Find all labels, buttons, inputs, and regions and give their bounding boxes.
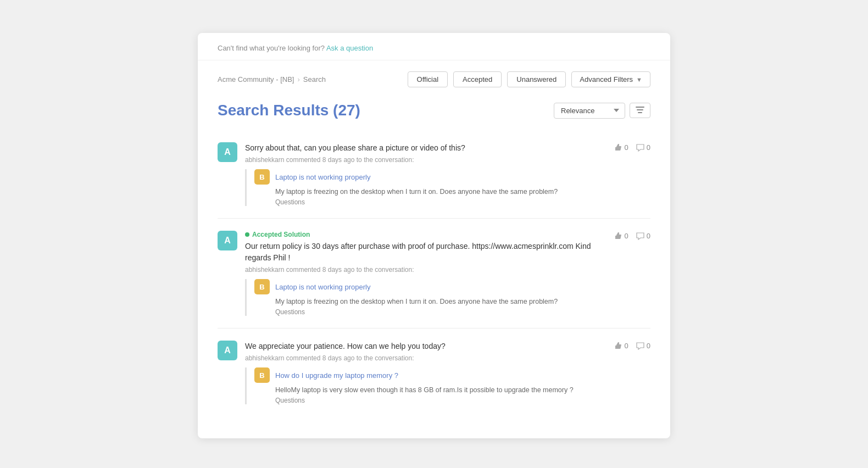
official-filter-button[interactable]: Official xyxy=(408,71,448,87)
breadcrumb-community: Acme Community - [NB] xyxy=(218,75,294,83)
svg-rect-2 xyxy=(638,112,642,113)
comment-count: 0 xyxy=(647,342,650,350)
comment-stat: 0 xyxy=(636,342,650,350)
result-text: We appreciate your patience. How can we … xyxy=(245,341,607,352)
comment-count: 0 xyxy=(647,143,650,152)
linked-post-avatar: B xyxy=(254,169,270,185)
sort-order-button[interactable] xyxy=(630,103,650,118)
filter-buttons: Official Accepted Unanswered Advanced Fi… xyxy=(408,71,650,87)
thumbs-up-icon xyxy=(614,232,622,240)
unanswered-filter-button[interactable]: Unanswered xyxy=(507,71,566,87)
result-item: A We appreciate your patience. How can w… xyxy=(218,328,650,416)
svg-rect-1 xyxy=(637,109,643,110)
breadcrumb-current: Search xyxy=(303,75,326,83)
top-bar: Can't find what you're looking for? Ask … xyxy=(198,33,670,60)
linked-post-header: B Laptop is not working properly xyxy=(254,169,607,185)
avatar: A xyxy=(218,142,237,162)
linked-post-desc: My laptop is freezing on the desktop whe… xyxy=(275,297,607,307)
accepted-dot xyxy=(245,232,249,237)
comment-icon xyxy=(636,232,644,240)
thumbs-up-icon xyxy=(614,144,622,152)
linked-post-tag: Questions xyxy=(275,308,607,316)
linked-post-desc: HelloMy laptop is very slow even though … xyxy=(275,385,607,395)
svg-rect-0 xyxy=(636,107,644,108)
result-text: Sorry about that, can you please share a… xyxy=(245,142,607,154)
comment-stat: 0 xyxy=(636,143,650,152)
linked-post-avatar: B xyxy=(254,279,270,294)
linked-post: B Laptop is not working properly My lapt… xyxy=(245,169,607,206)
comment-icon xyxy=(636,144,644,152)
comment-count: 0 xyxy=(647,232,650,240)
like-stat: 0 xyxy=(614,342,628,350)
accepted-label: Accepted Solution xyxy=(252,231,310,238)
breadcrumb: Acme Community - [NB] › Search xyxy=(218,75,326,83)
result-stats: 0 0 xyxy=(614,142,650,152)
linked-post-title[interactable]: Laptop is not working properly xyxy=(275,173,370,181)
accepted-badge: Accepted Solution xyxy=(245,231,607,238)
accepted-filter-button[interactable]: Accepted xyxy=(453,71,502,87)
linked-post-avatar: B xyxy=(254,367,270,383)
sort-lines-icon xyxy=(636,107,644,114)
linked-post-tag: Questions xyxy=(275,397,607,404)
linked-post-header: B Laptop is not working properly xyxy=(254,279,607,294)
result-text: Our return policy is 30 days after purch… xyxy=(245,241,607,264)
result-meta: abhishekkarn commented 8 days ago to the… xyxy=(245,354,607,362)
linked-post-tag: Questions xyxy=(275,198,607,206)
result-stats: 0 0 xyxy=(614,341,650,350)
like-stat: 0 xyxy=(614,232,628,240)
linked-post: B How do I upgrade my laptop memory ? He… xyxy=(245,367,607,404)
sort-select[interactable]: Relevance Date Votes xyxy=(554,103,625,119)
result-meta: abhishekkarn commented 8 days ago to the… xyxy=(245,156,607,164)
sort-row: Relevance Date Votes xyxy=(554,103,650,119)
avatar: A xyxy=(218,231,237,250)
result-item: A Accepted Solution Our return policy is… xyxy=(218,219,650,328)
search-results-header: Search Results (27) Relevance Date Votes xyxy=(198,96,670,130)
comment-icon xyxy=(636,342,644,350)
like-count: 0 xyxy=(625,143,628,152)
like-count: 0 xyxy=(625,232,628,240)
result-item: A Sorry about that, can you please share… xyxy=(218,130,650,219)
linked-post-title[interactable]: How do I upgrade my laptop memory ? xyxy=(275,371,398,380)
thumbs-up-icon xyxy=(614,342,622,350)
linked-post: B Laptop is not working properly My lapt… xyxy=(245,279,607,316)
chevron-down-icon: ▼ xyxy=(636,76,642,83)
linked-post-title[interactable]: Laptop is not working properly xyxy=(275,283,370,291)
result-stats: 0 0 xyxy=(614,231,650,240)
cant-find-text: Can't find what you're looking for? xyxy=(218,44,325,52)
ask-question-link[interactable]: Ask a question xyxy=(326,44,373,52)
result-body: Sorry about that, can you please share a… xyxy=(245,142,607,206)
like-stat: 0 xyxy=(614,143,628,152)
breadcrumb-sep: › xyxy=(297,75,299,83)
advanced-filters-button[interactable]: Advanced Filters ▼ xyxy=(571,71,650,87)
result-body: Accepted Solution Our return policy is 3… xyxy=(245,231,607,316)
result-meta: abhishekkarn commented 8 days ago to the… xyxy=(245,266,607,274)
linked-post-header: B How do I upgrade my laptop memory ? xyxy=(254,367,607,383)
result-body: We appreciate your patience. How can we … xyxy=(245,341,607,404)
linked-post-desc: My laptop is freezing on the desktop whe… xyxy=(275,187,607,197)
comment-stat: 0 xyxy=(636,232,650,240)
search-results-title: Search Results (27) xyxy=(218,102,360,119)
breadcrumb-filter-row: Acme Community - [NB] › Search Official … xyxy=(198,60,670,96)
avatar: A xyxy=(218,341,237,360)
like-count: 0 xyxy=(625,342,628,350)
main-card: Can't find what you're looking for? Ask … xyxy=(198,33,670,438)
results-list: A Sorry about that, can you please share… xyxy=(198,130,670,416)
